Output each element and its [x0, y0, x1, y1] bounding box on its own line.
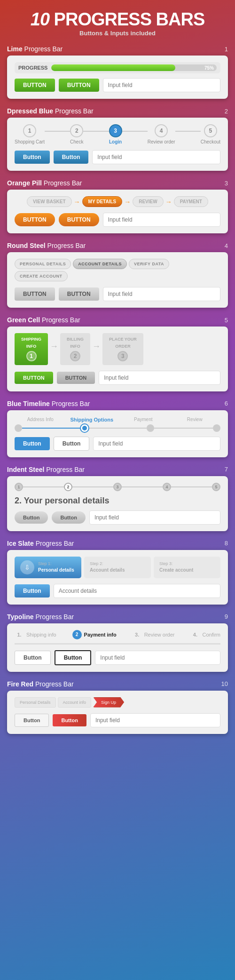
fire-input[interactable] [90, 713, 220, 727]
dpressed-step-1: 1 Shopping Cart [15, 124, 45, 144]
dpressed-line-4 [175, 131, 201, 132]
lime-btn2[interactable]: BUTTON [59, 79, 99, 92]
steel-input[interactable] [103, 287, 220, 301]
indent-dot-3: 3 [113, 483, 122, 491]
orange-step-1: VIEW BASKET [27, 196, 71, 207]
dpressed-line-3 [122, 131, 148, 132]
tl-line-1 [22, 428, 81, 429]
card-timeline: Address Info Shipping Options Payment Re… [7, 410, 228, 457]
timeline-bar [15, 424, 220, 432]
section-dpressed: Dpressed Blue Progress Bar 2 1 Shopping … [7, 107, 228, 171]
section-9-label: Typoline Progress Bar 9 [7, 613, 228, 621]
lime-btn1[interactable]: BUTTON [15, 79, 55, 92]
card-cell: SHIPPING INFO 1 → BILLING INFO 2 → PLACE… [7, 327, 228, 391]
typo-step-num-1: 1. [15, 630, 24, 639]
section-indent: Indent Steel Progress Bar 7 1 2 3 4 5 2.… [7, 466, 228, 531]
cell-step-3: PLACE YOUR ORDER 3 [102, 333, 143, 365]
lime-btn-row: BUTTON BUTTON [15, 78, 220, 92]
dpressed-line-1 [45, 131, 70, 132]
section-typo: Typoline Progress Bar 9 1. Shipping info… [7, 613, 228, 672]
dpressed-line-2 [83, 131, 109, 132]
indent-btn2[interactable]: Button [52, 511, 85, 524]
cell-step-label-3a: PLACE YOUR [109, 337, 137, 342]
steel-btn2[interactable]: BUTTON [59, 287, 99, 301]
tl-btn2[interactable]: Button [54, 437, 90, 451]
tl-label-3: Payment [118, 417, 169, 422]
orange-step-3: REVIEW [133, 196, 163, 207]
indent-btn1[interactable]: Button [15, 511, 48, 524]
cell-btn2[interactable]: BUTTON [57, 372, 95, 384]
page-title: 10 PROGRESS BARS [7, 9, 228, 30]
steel-tab-4[interactable]: CREATE ACCOUNT [15, 271, 68, 281]
steel-btn1[interactable]: BUTTON [15, 287, 55, 301]
cell-step-label-2a: BILLING [67, 337, 84, 342]
tl-label-1: Address Info [15, 417, 66, 422]
cell-arrow-1: → [50, 342, 58, 356]
indent-bar: 1 2 3 4 5 [15, 483, 220, 491]
section-1-label: Lime Progress Bar 1 [7, 45, 228, 53]
typo-input[interactable] [95, 651, 220, 665]
cell-btn-row: BUTTON BUTTON [15, 371, 220, 385]
orange-input[interactable] [103, 213, 220, 227]
dpressed-btn-row: Button Button [15, 150, 220, 164]
ice-input[interactable] [54, 584, 220, 598]
steel-btn-row: BUTTON BUTTON [15, 287, 220, 301]
dpressed-step-4: 4 Review order [148, 124, 175, 144]
steel-tab-3[interactable]: VERIFY DATA [129, 259, 169, 269]
indent-line-3 [122, 486, 163, 487]
tl-btn1[interactable]: Button [15, 437, 50, 450]
ice-btn1[interactable]: Button [15, 584, 50, 598]
tl-input[interactable] [93, 437, 220, 451]
indent-input[interactable] [89, 510, 220, 525]
indent-btn-row: Button Button [15, 510, 220, 525]
fire-btn-row: Button Button [15, 713, 220, 727]
typo-step-1: 1. Shipping info [15, 630, 56, 639]
typo-step-num-4: 4. [190, 630, 200, 639]
indent-title: 2. Your personal details [15, 496, 220, 506]
section-7-label: Indent Steel Progress Bar 7 [7, 466, 228, 473]
orange-btn1[interactable]: BUTTON [15, 213, 55, 226]
lime-input[interactable] [103, 78, 220, 92]
orange-pill-1: VIEW BASKET [27, 196, 71, 207]
section-6-label: Blue Timeline Progress Bar 6 [7, 400, 228, 407]
cell-btn1[interactable]: BUTTON [15, 372, 53, 384]
section-4-label: Round Steel Progress Bar 4 [7, 242, 228, 249]
typo-step-num-2: 2 [72, 630, 82, 639]
ice-step-text-2: Step 2: Account details [90, 561, 125, 573]
ice-step-3: Step 3: Create account [154, 557, 220, 578]
dpressed-btn2[interactable]: Button [54, 151, 89, 164]
cell-step-1: SHIPPING INFO 1 [15, 333, 48, 365]
indent-dot-5: 5 [212, 483, 220, 491]
lime-progress-bar: PROGRESS 75% [15, 62, 220, 73]
section-fire: Fire Red Progress Bar 10 Personal Detail… [7, 680, 228, 734]
step-circle-1: 1 [23, 124, 36, 137]
ice-steps: ⇩ Step 1: Personal details Step 2: Accou… [15, 557, 220, 578]
steel-tab-1[interactable]: PERSONAL DETAILS [15, 259, 71, 269]
cell-step-label-1a: SHIPPING [21, 337, 41, 342]
dpressed-step-5: 5 Checkout [201, 124, 220, 144]
fire-btn2[interactable]: Button [53, 714, 86, 726]
dpressed-step-2: 2 Check [70, 124, 83, 144]
typo-step-3: 3. Review order [133, 630, 175, 639]
dpressed-input[interactable] [92, 150, 220, 164]
orange-arrow-1: → [74, 198, 80, 206]
typo-steps: 1. Shipping info 2 Payment info 3. Revie… [15, 630, 220, 645]
orange-pill-2: MY DETAILS [82, 196, 123, 207]
fire-btn1[interactable]: Button [15, 714, 49, 727]
ice-step-2: Step 2: Account details [84, 557, 151, 578]
steel-tab-2[interactable]: ACCOUNT DETAILS [73, 259, 127, 269]
timeline-header: Address Info Shipping Options Payment Re… [15, 417, 220, 422]
typo-btn1[interactable]: Button [15, 651, 51, 665]
dpressed-btn1[interactable]: Button [15, 151, 50, 164]
orange-arrow-2: → [124, 198, 131, 206]
typo-btn2[interactable]: Button [55, 650, 92, 665]
cell-step-label-1b: INFO [26, 344, 37, 349]
orange-pill-3: REVIEW [133, 196, 163, 207]
card-lime: PROGRESS 75% BUTTON BUTTON [7, 56, 228, 99]
step-label-3: Login [109, 139, 122, 144]
tl-label-4: Review [169, 417, 221, 422]
orange-btn2[interactable]: BUTTON [59, 213, 99, 226]
orange-pill-4: PAYMENT [174, 196, 208, 207]
indent-dot-2: 2 [64, 483, 72, 491]
cell-input[interactable] [99, 371, 220, 385]
